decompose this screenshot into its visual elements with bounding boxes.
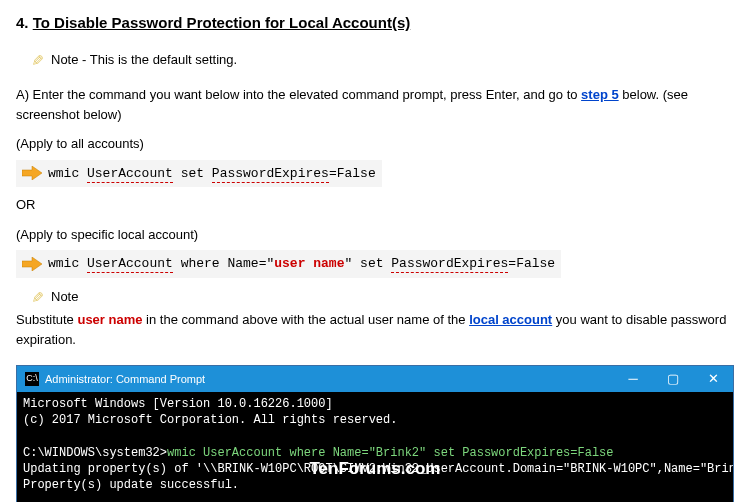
step5-link[interactable]: step 5 xyxy=(581,87,619,102)
code-block-specific: wmic UserAccount where Name="user name" … xyxy=(16,250,561,278)
note-label: Note xyxy=(51,287,78,307)
section-heading: 4. To Disable Password Protection for Lo… xyxy=(16,12,734,35)
note-default-setting: Note - This is the default setting. xyxy=(30,49,734,72)
command-text: wmic UserAccount set PasswordExpires=Fal… xyxy=(48,164,376,184)
local-account-link[interactable]: local account xyxy=(469,312,552,327)
close-button[interactable]: ✕ xyxy=(693,366,733,392)
window-title: Administrator: Command Prompt xyxy=(45,371,613,388)
svg-marker-1 xyxy=(22,257,42,271)
apply-all-label: (Apply to all accounts) xyxy=(16,134,734,154)
svg-marker-0 xyxy=(22,166,42,180)
code-block-all: wmic UserAccount set PasswordExpires=Fal… xyxy=(16,160,382,188)
maximize-button[interactable]: ▢ xyxy=(653,366,693,392)
note-substitute-text: Substitute user name in the command abov… xyxy=(16,310,734,349)
arrow-icon xyxy=(22,166,42,180)
instruction-a: A) Enter the command you want below into… xyxy=(16,85,734,124)
command-prompt-window: C:\ Administrator: Command Prompt ─ ▢ ✕ … xyxy=(16,365,734,502)
note-substitute-header: Note xyxy=(30,286,734,309)
pencil-icon xyxy=(30,49,43,72)
pencil-icon xyxy=(30,286,43,309)
arrow-icon xyxy=(22,257,42,271)
apply-specific-label: (Apply to specific local account) xyxy=(16,225,734,245)
cmd-icon: C:\ xyxy=(25,372,39,386)
command-text: wmic UserAccount where Name="user name" … xyxy=(48,254,555,274)
note-text: Note - This is the default setting. xyxy=(51,50,237,70)
console-body: Microsoft Windows [Version 10.0.16226.10… xyxy=(17,392,733,502)
or-label: OR xyxy=(16,195,734,215)
minimize-button[interactable]: ─ xyxy=(613,366,653,392)
window-titlebar: C:\ Administrator: Command Prompt ─ ▢ ✕ xyxy=(17,366,733,392)
